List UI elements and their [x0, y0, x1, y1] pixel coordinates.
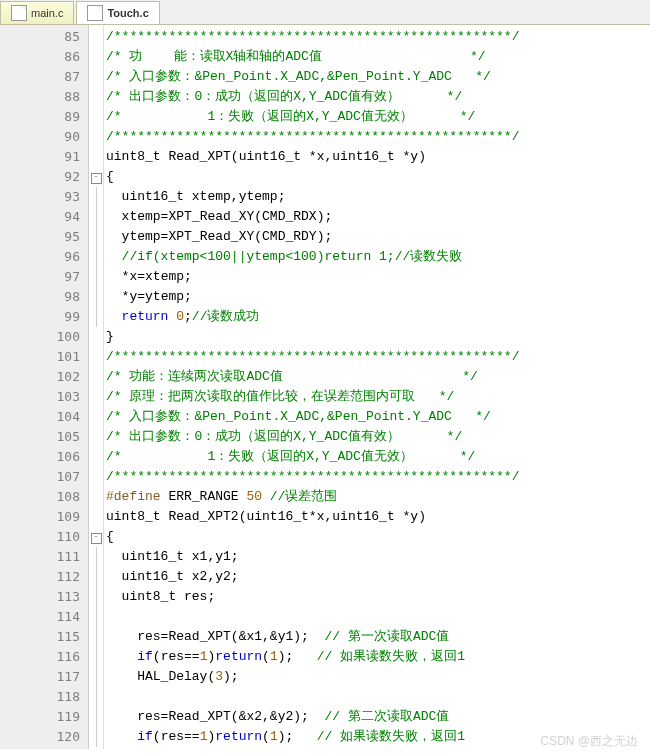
code-line[interactable]: /***************************************…: [106, 467, 519, 487]
line-number: 109: [0, 507, 80, 527]
fold-cell: [89, 587, 103, 607]
line-number: 118: [0, 687, 80, 707]
code-line[interactable]: /* 出口参数：0：成功（返回的X,Y_ADC值有效） */: [106, 87, 519, 107]
line-number: 105: [0, 427, 80, 447]
line-number: 106: [0, 447, 80, 467]
code-line[interactable]: }: [106, 327, 519, 347]
fold-cell: -: [89, 167, 103, 187]
code-line[interactable]: /* 出口参数：0：成功（返回的X,Y_ADC值有效） */: [106, 427, 519, 447]
line-number: 96: [0, 247, 80, 267]
code-line[interactable]: /* 1：失败（返回的X,Y_ADC值无效） */: [106, 107, 519, 127]
fold-cell: [89, 387, 103, 407]
code-line[interactable]: uint8_t Read_XPT2(uint16_t*x,uint16_t *y…: [106, 507, 519, 527]
fold-cell: [89, 127, 103, 147]
code-line[interactable]: *x=xtemp;: [106, 267, 519, 287]
line-number: 86: [0, 47, 80, 67]
code-line[interactable]: /* 功 能：读取X轴和轴的ADC值 */: [106, 47, 519, 67]
code-line[interactable]: uint16_t xtemp,ytemp;: [106, 187, 519, 207]
code-line[interactable]: /* 原理：把两次读取的值作比较，在误差范围内可取 */: [106, 387, 519, 407]
line-number: 103: [0, 387, 80, 407]
file-icon: [87, 5, 103, 21]
code-line[interactable]: /* 功能：连续两次读取ADC值 */: [106, 367, 519, 387]
fold-cell: [89, 47, 103, 67]
code-line[interactable]: /* 入口参数：&Pen_Point.X_ADC,&Pen_Point.Y_AD…: [106, 407, 519, 427]
fold-cell: [89, 347, 103, 367]
line-number: 100: [0, 327, 80, 347]
fold-cell: [89, 147, 103, 167]
line-number: 88: [0, 87, 80, 107]
tab-touch-c[interactable]: Touch.c: [76, 1, 159, 24]
code-line[interactable]: /* 1：失败（返回的X,Y_ADC值无效） */: [106, 447, 519, 467]
code-line[interactable]: [106, 607, 519, 627]
line-number: 116: [0, 647, 80, 667]
code-area[interactable]: /***************************************…: [104, 25, 519, 749]
line-number: 97: [0, 267, 80, 287]
line-number: 87: [0, 67, 80, 87]
fold-cell: [89, 107, 103, 127]
code-line[interactable]: ytemp=XPT_Read_XY(CMD_RDY);: [106, 227, 519, 247]
line-number: 94: [0, 207, 80, 227]
fold-cell: [89, 567, 103, 587]
tab-label: Touch.c: [107, 7, 148, 19]
code-line[interactable]: if(res==1)return(1); // 如果读数失败，返回1: [106, 647, 519, 667]
code-line[interactable]: /* 入口参数：&Pen_Point.X_ADC,&Pen_Point.Y_AD…: [106, 67, 519, 87]
fold-cell: [89, 227, 103, 247]
line-number: 107: [0, 467, 80, 487]
line-number: 119: [0, 707, 80, 727]
fold-toggle-icon[interactable]: -: [91, 173, 102, 184]
line-number-gutter: 8586878889909192939495969798991001011021…: [0, 25, 89, 749]
fold-cell: [89, 427, 103, 447]
line-number: 99: [0, 307, 80, 327]
fold-cell: [89, 367, 103, 387]
line-number: 115: [0, 627, 80, 647]
code-line[interactable]: {: [106, 167, 519, 187]
fold-cell: [89, 407, 103, 427]
line-number: 114: [0, 607, 80, 627]
line-number: 95: [0, 227, 80, 247]
fold-cell: [89, 707, 103, 727]
code-line[interactable]: /***************************************…: [106, 27, 519, 47]
fold-cell: [89, 687, 103, 707]
tab-label: main.c: [31, 7, 63, 19]
code-line[interactable]: [106, 687, 519, 707]
tab-main-c[interactable]: main.c: [0, 1, 74, 24]
fold-cell: [89, 727, 103, 747]
line-number: 98: [0, 287, 80, 307]
code-line[interactable]: if(res==1)return(1); // 如果读数失败，返回1: [106, 727, 519, 747]
fold-cell: [89, 647, 103, 667]
fold-cell: [89, 667, 103, 687]
code-line[interactable]: /***************************************…: [106, 347, 519, 367]
line-number: 112: [0, 567, 80, 587]
code-line[interactable]: uint16_t x1,y1;: [106, 547, 519, 567]
code-line[interactable]: uint8_t res;: [106, 587, 519, 607]
code-line[interactable]: #define ERR_RANGE 50 //误差范围: [106, 487, 519, 507]
fold-cell: [89, 27, 103, 47]
code-line[interactable]: //if(xtemp<100||ytemp<100)return 1;//读数失…: [106, 247, 519, 267]
fold-cell: [89, 187, 103, 207]
code-editor[interactable]: 8586878889909192939495969798991001011021…: [0, 25, 650, 749]
line-number: 85: [0, 27, 80, 47]
code-line[interactable]: uint16_t x2,y2;: [106, 567, 519, 587]
fold-cell: [89, 207, 103, 227]
code-line[interactable]: res=Read_XPT(&x2,&y2); // 第二次读取ADC值: [106, 707, 519, 727]
fold-cell: [89, 467, 103, 487]
line-number: 92: [0, 167, 80, 187]
fold-cell: [89, 287, 103, 307]
fold-cell: [89, 607, 103, 627]
code-line[interactable]: *y=ytemp;: [106, 287, 519, 307]
line-number: 120: [0, 727, 80, 747]
code-line[interactable]: res=Read_XPT(&x1,&y1); // 第一次读取ADC值: [106, 627, 519, 647]
line-number: 93: [0, 187, 80, 207]
file-icon: [11, 5, 27, 21]
code-line[interactable]: {: [106, 527, 519, 547]
code-line[interactable]: HAL_Delay(3);: [106, 667, 519, 687]
code-line[interactable]: /***************************************…: [106, 127, 519, 147]
code-line[interactable]: uint8_t Read_XPT(uint16_t *x,uint16_t *y…: [106, 147, 519, 167]
line-number: 113: [0, 587, 80, 607]
fold-cell: [89, 307, 103, 327]
fold-cell: [89, 67, 103, 87]
code-line[interactable]: xtemp=XPT_Read_XY(CMD_RDX);: [106, 207, 519, 227]
fold-cell: [89, 507, 103, 527]
code-line[interactable]: return 0;//读数成功: [106, 307, 519, 327]
fold-toggle-icon[interactable]: -: [91, 533, 102, 544]
